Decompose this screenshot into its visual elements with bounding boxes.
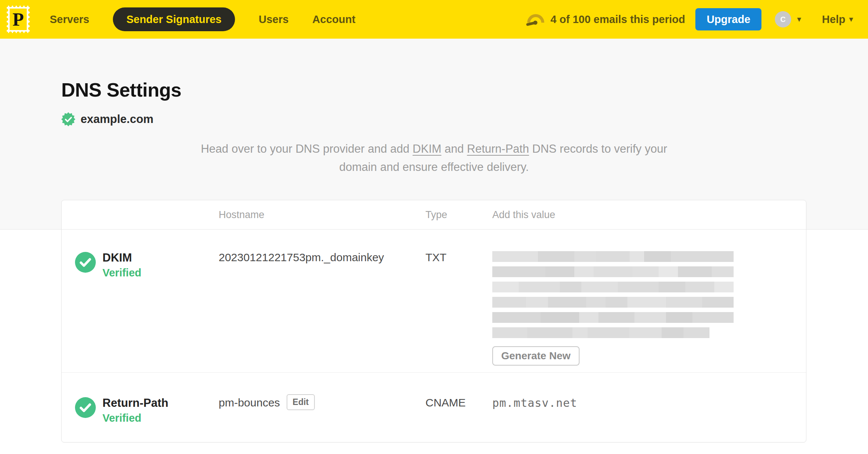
primary-nav: Servers Sender Signatures Users Account: [50, 7, 355, 31]
redacted-value-bar: [492, 327, 709, 338]
redacted-value-bar: [492, 297, 734, 308]
return-path-hostname: pm-bounces Edit: [219, 373, 425, 442]
dkim-status-cell: DKIM Verified: [62, 230, 219, 372]
column-header-type: Type: [425, 209, 492, 221]
table-header-row: Hostname Type Add this value: [62, 200, 806, 230]
dkim-link[interactable]: DKIM: [412, 142, 441, 155]
redacted-dkim-value: [492, 251, 734, 338]
return-path-type: CNAME: [425, 373, 492, 442]
redacted-value-bar: [492, 312, 734, 323]
table-row-return-path: Return-Path Verified pm-bounces Edit CNA…: [62, 373, 806, 442]
gauge-icon: [526, 12, 545, 27]
redacted-value-bar: [492, 282, 734, 292]
edit-button[interactable]: Edit: [287, 394, 314, 410]
nav-item-sender-signatures[interactable]: Sender Signatures: [113, 7, 235, 31]
return-path-value: pm.mtasv.net: [492, 373, 806, 442]
help-label: Help: [822, 13, 845, 26]
return-path-status-cell: Return-Path Verified: [62, 373, 219, 442]
upgrade-button[interactable]: Upgrade: [695, 8, 761, 30]
chevron-down-icon: ▾: [849, 15, 853, 23]
domain-row: example.com: [61, 112, 868, 126]
dns-records-card: Hostname Type Add this value DKIM Verifi…: [61, 200, 806, 442]
nav-item-users[interactable]: Users: [259, 13, 289, 26]
record-name: Return-Path: [102, 396, 168, 410]
generate-new-button[interactable]: Generate New: [492, 346, 580, 366]
intro-text: Head over to your DNS provider and add D…: [200, 140, 668, 176]
hostname-value: pm-bounces: [219, 396, 280, 409]
page-title: DNS Settings: [0, 39, 868, 101]
record-name: DKIM: [102, 251, 141, 265]
dkim-value-cell: Generate New: [492, 230, 806, 372]
hostname-value: 20230121221753pm._domainkey: [219, 251, 384, 264]
status-badge: Verified: [102, 412, 168, 424]
redacted-value-bar: [492, 251, 734, 262]
usage-text: 4 of 100 emails this period: [551, 13, 685, 26]
intro-pre: Head over to your DNS provider and add: [201, 142, 412, 155]
status-badge: Verified: [102, 267, 141, 279]
chevron-down-icon: ▾: [797, 15, 801, 23]
table-row-dkim: DKIM Verified 20230121221753pm._domainke…: [62, 230, 806, 373]
account-menu[interactable]: C ▾: [775, 11, 801, 27]
return-path-status-text: Return-Path Verified: [102, 396, 168, 424]
postmark-logo-icon[interactable]: P: [7, 6, 30, 33]
dkim-type: TXT: [425, 230, 492, 372]
return-path-link[interactable]: Return-Path: [467, 142, 529, 155]
nav-item-account[interactable]: Account: [312, 13, 355, 26]
cname-value: pm.mtasv.net: [492, 396, 577, 409]
intro-mid: and: [441, 142, 467, 155]
usage-meter: 4 of 100 emails this period: [526, 12, 685, 27]
topbar-right-cluster: 4 of 100 emails this period Upgrade C ▾ …: [526, 8, 853, 30]
svg-text:P: P: [13, 9, 24, 30]
verified-seal-icon: [61, 112, 75, 126]
top-navigation-bar: P Servers Sender Signatures Users Accoun…: [0, 0, 868, 39]
nav-item-servers[interactable]: Servers: [50, 13, 89, 26]
column-header-hostname: Hostname: [219, 209, 425, 221]
verified-check-icon: [75, 397, 96, 418]
dkim-status-text: DKIM Verified: [102, 251, 141, 279]
verified-check-icon: [75, 252, 96, 273]
redacted-value-bar: [492, 266, 734, 277]
column-header-value: Add this value: [492, 209, 806, 221]
avatar[interactable]: C: [775, 11, 791, 27]
help-menu[interactable]: Help ▾: [822, 13, 853, 26]
dkim-hostname: 20230121221753pm._domainkey: [219, 230, 425, 372]
domain-name: example.com: [81, 113, 153, 126]
